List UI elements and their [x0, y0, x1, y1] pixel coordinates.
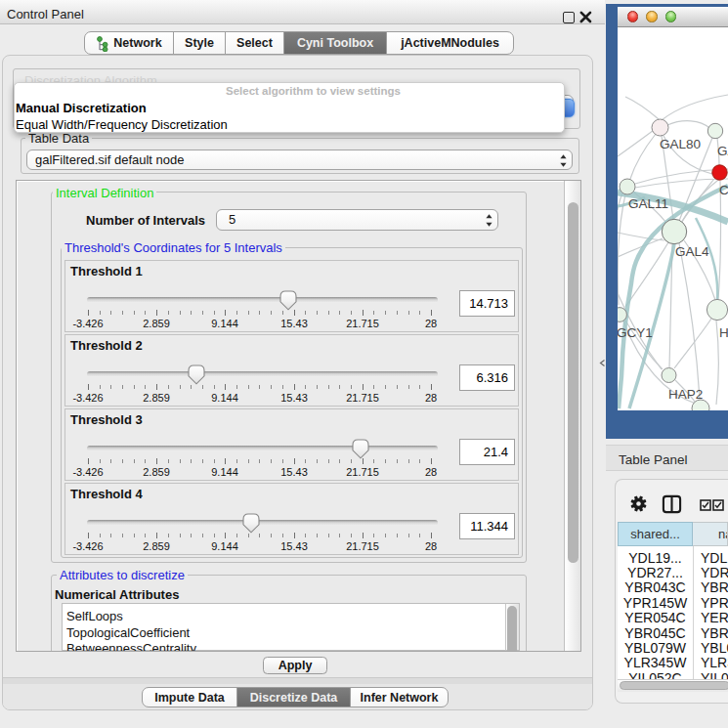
svg-text:CY: CY — [719, 183, 728, 197]
svg-text:GAL: GAL — [717, 144, 728, 158]
svg-text:GCY1: GCY1 — [618, 325, 653, 340]
svg-text:GAL4: GAL4 — [675, 244, 709, 259]
svg-text:HAP2: HAP2 — [668, 387, 703, 402]
svg-text:GAL11: GAL11 — [628, 196, 668, 211]
svg-text:HI: HI — [719, 325, 728, 340]
svg-text:GAL80: GAL80 — [660, 137, 701, 151]
